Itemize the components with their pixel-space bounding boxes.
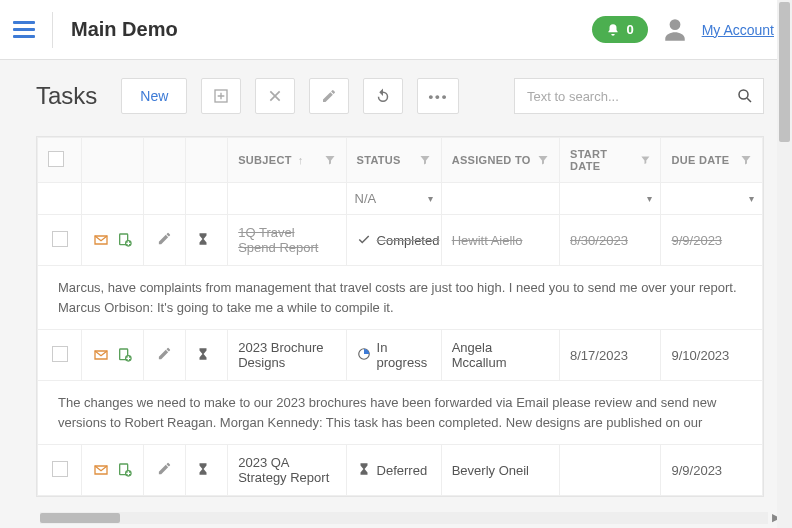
my-account-link[interactable]: My Account bbox=[702, 22, 774, 38]
cell-status: Completed bbox=[357, 232, 431, 249]
header-subject[interactable]: SUBJECT↑ bbox=[228, 138, 346, 183]
filter-icon[interactable] bbox=[419, 154, 431, 166]
mail-icon[interactable] bbox=[93, 462, 109, 478]
header-due[interactable]: DUE DATE bbox=[661, 138, 763, 183]
refresh-icon bbox=[374, 87, 392, 105]
row-actions bbox=[92, 232, 132, 248]
hourglass-icon bbox=[357, 462, 371, 479]
header-edit bbox=[143, 138, 185, 183]
search-wrap bbox=[514, 78, 764, 114]
filter-icon[interactable] bbox=[537, 154, 549, 166]
header-start[interactable]: START DATE bbox=[560, 138, 661, 183]
row-actions bbox=[92, 462, 132, 478]
hourglass-icon bbox=[196, 349, 210, 364]
bell-icon bbox=[606, 23, 620, 37]
filter-icon[interactable] bbox=[324, 154, 336, 166]
hourglass-icon bbox=[196, 234, 210, 249]
header-actions bbox=[82, 138, 143, 183]
note-add-icon[interactable] bbox=[117, 462, 133, 478]
user-icon[interactable] bbox=[662, 17, 688, 43]
mail-icon[interactable] bbox=[93, 347, 109, 363]
cell-status: Deferred bbox=[357, 462, 431, 479]
cell-subject: 2023 Brochure Designs bbox=[228, 330, 346, 381]
header-row: SUBJECT↑ STATUS ASSIGNED TO START DATE D… bbox=[38, 138, 763, 183]
notifications-pill[interactable]: 0 bbox=[592, 16, 647, 43]
progress-icon bbox=[357, 347, 371, 364]
cell-assigned: Beverly Oneil bbox=[441, 445, 559, 496]
filter-start[interactable]: ▾ bbox=[560, 183, 661, 215]
chevron-down-icon: ▾ bbox=[428, 193, 433, 204]
row-edit-button[interactable] bbox=[157, 349, 172, 364]
note-add-icon[interactable] bbox=[117, 232, 133, 248]
cell-start-date: 8/30/2023 bbox=[560, 215, 661, 266]
cell-due-date: 9/9/2023 bbox=[661, 445, 763, 496]
note-text: The changes we need to make to our 2023 … bbox=[38, 381, 763, 445]
header-status[interactable]: STATUS bbox=[346, 138, 441, 183]
pencil-icon bbox=[321, 88, 337, 104]
check-icon bbox=[357, 232, 371, 249]
filter-assigned[interactable] bbox=[441, 183, 559, 215]
note-text: Marcus, have complaints from management … bbox=[38, 266, 763, 330]
refresh-button[interactable] bbox=[363, 78, 403, 114]
note-row: The changes we need to make to our 2023 … bbox=[38, 381, 763, 445]
header-check[interactable] bbox=[38, 138, 82, 183]
notification-count: 0 bbox=[626, 22, 633, 37]
header-assigned[interactable]: ASSIGNED TO bbox=[441, 138, 559, 183]
row-edit-button[interactable] bbox=[157, 234, 172, 249]
add-button[interactable] bbox=[201, 78, 241, 114]
row-checkbox[interactable] bbox=[52, 231, 68, 247]
filter-status[interactable]: N/A▾ bbox=[346, 183, 441, 215]
close-icon bbox=[267, 88, 283, 104]
tasks-grid: SUBJECT↑ STATUS ASSIGNED TO START DATE D… bbox=[36, 136, 764, 497]
vertical-scrollbar[interactable] bbox=[777, 0, 792, 528]
note-add-icon[interactable] bbox=[117, 347, 133, 363]
cell-assigned: Hewitt Aiello bbox=[441, 215, 559, 266]
table-row[interactable]: 1Q Travel Spend ReportCompletedHewitt Ai… bbox=[38, 215, 763, 266]
topbar: Main Demo 0 My Account bbox=[0, 0, 792, 60]
new-button[interactable]: New bbox=[121, 78, 187, 114]
horizontal-scrollbar[interactable]: ▶ bbox=[40, 512, 768, 524]
row-actions bbox=[92, 347, 132, 363]
divider bbox=[52, 12, 53, 48]
filter-icon[interactable] bbox=[640, 154, 651, 166]
filter-icon[interactable] bbox=[740, 154, 752, 166]
row-checkbox[interactable] bbox=[52, 346, 68, 362]
chevron-down-icon: ▾ bbox=[749, 193, 754, 204]
cell-due-date: 9/10/2023 bbox=[661, 330, 763, 381]
cell-start-date bbox=[560, 445, 661, 496]
plus-box-icon bbox=[213, 88, 229, 104]
hourglass-icon bbox=[196, 464, 210, 479]
chevron-down-icon: ▾ bbox=[647, 193, 652, 204]
sort-asc-icon: ↑ bbox=[298, 154, 304, 166]
note-row: Marcus, have complaints from management … bbox=[38, 266, 763, 330]
cell-subject: 1Q Travel Spend Report bbox=[228, 215, 346, 266]
filter-due[interactable]: ▾ bbox=[661, 183, 763, 215]
menu-toggle[interactable] bbox=[8, 14, 40, 46]
toolbar: Tasks New ••• bbox=[36, 78, 764, 114]
row-edit-button[interactable] bbox=[157, 464, 172, 479]
table-row[interactable]: 2023 Brochure DesignsIn progressAngela M… bbox=[38, 330, 763, 381]
cell-assigned: Angela Mccallum bbox=[441, 330, 559, 381]
more-button[interactable]: ••• bbox=[417, 78, 459, 114]
search-input[interactable] bbox=[514, 78, 764, 114]
row-checkbox[interactable] bbox=[52, 461, 68, 477]
cell-status: In progress bbox=[357, 340, 431, 370]
cell-subject: 2023 QA Strategy Report bbox=[228, 445, 346, 496]
cell-due-date: 9/9/2023 bbox=[661, 215, 763, 266]
page-title: Tasks bbox=[36, 82, 97, 110]
close-button[interactable] bbox=[255, 78, 295, 114]
table-row[interactable]: 2023 QA Strategy ReportDeferredBeverly O… bbox=[38, 445, 763, 496]
app-title: Main Demo bbox=[71, 18, 178, 41]
ellipsis-icon: ••• bbox=[428, 89, 448, 104]
header-hourglass bbox=[185, 138, 227, 183]
cell-start-date: 8/17/2023 bbox=[560, 330, 661, 381]
mail-icon[interactable] bbox=[93, 232, 109, 248]
filter-row: N/A▾ ▾ ▾ bbox=[38, 183, 763, 215]
edit-button[interactable] bbox=[309, 78, 349, 114]
